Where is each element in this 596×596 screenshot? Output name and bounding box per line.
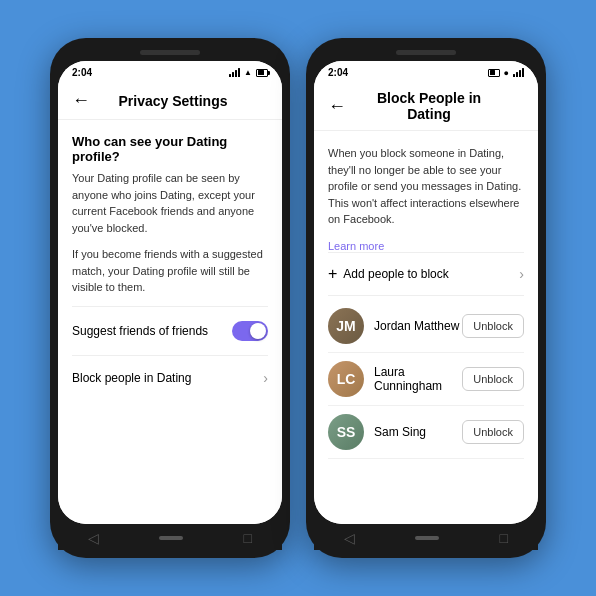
nav-bar-2: ← Block People in Dating <box>314 82 538 131</box>
screen-content-2: When you block someone in Dating, they'l… <box>314 131 538 524</box>
back-button-2[interactable]: ← <box>328 96 346 117</box>
add-people-text: Add people to block <box>343 267 448 281</box>
avatar-laura: LC <box>328 361 364 397</box>
setting-row-block[interactable]: Block people in Dating › <box>72 355 268 400</box>
nav-title-2: Block People in Dating <box>358 90 500 122</box>
speaker-notch <box>140 50 200 55</box>
list-item: SS Sam Sing Unblock <box>328 406 524 459</box>
back-nav-btn-1[interactable]: ◁ <box>88 530 99 546</box>
list-item: JM Jordan Matthew Unblock <box>328 300 524 353</box>
status-bar-1: 2:04 ▲ <box>58 61 282 82</box>
learn-more-link[interactable]: Learn more <box>328 240 524 252</box>
screen-content-1: Who can see your Dating profile? Your Da… <box>58 120 282 524</box>
setting-label-suggest: Suggest friends of friends <box>72 324 208 338</box>
avatar-sam: SS <box>328 414 364 450</box>
person-name-laura: Laura Cunningham <box>374 365 462 393</box>
signal-icon-2 <box>513 68 524 77</box>
phone-2-bottom: ◁ □ <box>314 524 538 550</box>
home-indicator-1[interactable] <box>159 536 183 540</box>
person-name-jordan: Jordan Matthew <box>374 319 462 333</box>
status-bar-2: 2:04 ● <box>314 61 538 82</box>
section-text-1a: Your Dating profile can be seen by anyon… <box>72 170 268 236</box>
wifi-icon-2: ● <box>504 68 509 78</box>
person-name-sam: Sam Sing <box>374 425 462 439</box>
unblock-button-jordan[interactable]: Unblock <box>462 314 524 338</box>
time-2: 2:04 <box>328 67 348 78</box>
phone-1-screen: 2:04 ▲ ← Privacy Settings Who can see <box>58 61 282 524</box>
status-icons-1: ▲ <box>229 68 268 77</box>
blocked-people-list: JM Jordan Matthew Unblock LC Laura Cunni… <box>328 300 524 459</box>
block-description: When you block someone in Dating, they'l… <box>328 145 524 228</box>
setting-row-suggest: Suggest friends of friends <box>72 306 268 355</box>
phone-1-bottom: ◁ □ <box>58 524 282 550</box>
section-title-1: Who can see your Dating profile? <box>72 134 268 164</box>
time-1: 2:04 <box>72 67 92 78</box>
signal-icon-1 <box>229 68 240 77</box>
list-item: LC Laura Cunningham Unblock <box>328 353 524 406</box>
speaker-notch-2 <box>396 50 456 55</box>
avatar-jordan: JM <box>328 308 364 344</box>
nav-bar-1: ← Privacy Settings <box>58 82 282 120</box>
nav-title-1: Privacy Settings <box>102 93 244 109</box>
battery-icon-1 <box>256 69 268 77</box>
battery-square-2 <box>488 69 500 77</box>
back-nav-btn-2[interactable]: ◁ <box>344 530 355 546</box>
wifi-icon-1: ▲ <box>244 68 252 77</box>
toggle-thumb <box>250 323 266 339</box>
home-nav-btn-2[interactable]: □ <box>499 530 507 546</box>
add-people-label: + Add people to block <box>328 265 449 283</box>
plus-icon: + <box>328 265 337 283</box>
phone-2-screen: 2:04 ● ← Block People in Dating When <box>314 61 538 524</box>
add-chevron-icon: › <box>519 266 524 282</box>
unblock-button-sam[interactable]: Unblock <box>462 420 524 444</box>
setting-label-block: Block people in Dating <box>72 371 191 385</box>
phone-1: 2:04 ▲ ← Privacy Settings Who can see <box>50 38 290 558</box>
section-text-1b: If you become friends with a suggested m… <box>72 246 268 296</box>
unblock-button-laura[interactable]: Unblock <box>462 367 524 391</box>
back-button-1[interactable]: ← <box>72 90 90 111</box>
home-nav-btn-1[interactable]: □ <box>243 530 251 546</box>
chevron-right-icon: › <box>263 370 268 386</box>
toggle-suggest[interactable] <box>232 321 268 341</box>
home-indicator-2[interactable] <box>415 536 439 540</box>
phone-2: 2:04 ● ← Block People in Dating When <box>306 38 546 558</box>
status-icons-2: ● <box>488 68 524 78</box>
add-people-row[interactable]: + Add people to block › <box>328 252 524 296</box>
